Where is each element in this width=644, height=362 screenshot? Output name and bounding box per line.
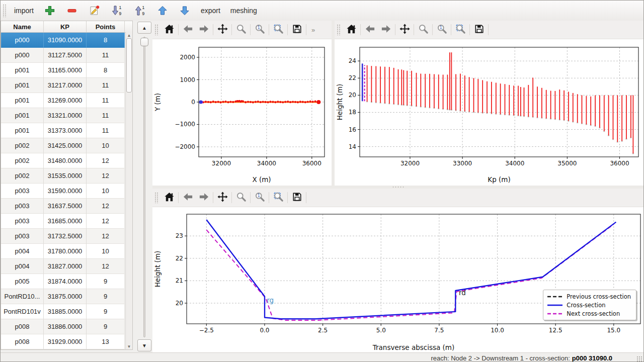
table-row[interactable]: p00431780.000010 [1,244,132,259]
plan-plot-canvas[interactable]: 320003400036000−2000−1000010002000X (m)Y… [152,39,332,186]
toolbar-drag-handle[interactable] [337,24,340,35]
table-scrollbar-thumb[interactable] [126,38,132,93]
column-header-kp[interactable]: KP [44,21,87,32]
forward-button[interactable] [196,22,212,37]
back-button[interactable] [180,190,196,205]
table-row[interactable]: p00331637.500012 [1,199,132,214]
forward-button[interactable] [196,190,212,205]
remove-cross-section-button[interactable] [61,3,83,19]
move-up-button[interactable] [151,3,174,19]
toolbar-separator [269,192,269,203]
svg-text:1: 1 [142,5,144,10]
slider-down-button[interactable]: ▼ [137,339,151,351]
zoom-rect-button[interactable] [270,22,286,37]
cell-points: 10 [87,138,125,153]
table-row[interactable]: p00131217.000011 [1,78,132,93]
slider-up-button[interactable]: ▲ [137,22,151,34]
import-button-label: import [14,7,34,15]
profile-plot-canvas[interactable]: 3200033000340003500036000141618202224Kp … [335,39,644,186]
table-row[interactable]: p00331590.000010 [1,184,132,199]
table-scrollbar[interactable]: ▲ ▼ [125,32,132,349]
home-button[interactable] [161,22,177,37]
column-header-name[interactable]: Name [1,21,44,32]
zoom-selection-button[interactable]: 1 [252,22,268,37]
export-button-label: export [201,7,220,15]
cell-kp: 31780.0000 [44,244,87,259]
toolbar-drag-handle[interactable] [154,192,158,203]
save-button[interactable] [471,22,487,37]
table-row[interactable]: p00531874.00009 [1,274,132,289]
cell-name: p003 [1,199,44,214]
cell-name: p001 [1,108,44,123]
meshing-button[interactable]: meshing [225,3,262,19]
zoom-selection-button[interactable]: 1 [252,190,268,205]
cell-name: p002 [1,138,44,153]
svg-text:16: 16 [349,126,356,133]
table-row[interactable]: p00131269.000011 [1,93,132,108]
back-button[interactable] [180,22,196,37]
zoom-selection-button[interactable]: 1 [434,22,450,37]
table-row[interactable]: p00831929.000013 [1,334,132,349]
zoom-button[interactable] [233,190,249,205]
table-row[interactable]: p00331732.500012 [1,229,132,244]
add-cross-section-button[interactable] [39,3,61,19]
sort-descending-button[interactable]: 19 [105,3,128,19]
zoom-rect-button[interactable] [270,190,286,205]
back-icon [364,23,376,37]
column-header-points[interactable]: Points [87,21,125,32]
slider-groove[interactable] [143,37,145,337]
cell-name: p003 [1,229,44,244]
table-row[interactable]: p00231535.000012 [1,168,132,184]
home-button[interactable] [343,22,359,37]
home-button[interactable] [161,190,177,205]
magnifier-icon [235,191,247,205]
cell-name: p008 [1,319,44,334]
table-row[interactable]: p00131373.000011 [1,123,132,138]
edit-cross-section-button[interactable] [83,3,105,19]
plus-icon [44,5,56,17]
move-down-button[interactable] [174,3,196,19]
slider-thumb[interactable] [140,38,148,46]
back-button[interactable] [362,22,378,37]
table-row[interactable]: p00031090.00008 [1,33,132,48]
table-row[interactable]: p00231480.000012 [1,153,132,168]
svg-text:rd: rd [459,289,466,297]
zoom-rect-button[interactable] [452,22,468,37]
legend-line-sample [547,295,562,298]
pan-button[interactable] [214,190,230,205]
toolbar-drag-handle[interactable] [3,4,6,17]
zoom-button[interactable] [415,22,431,37]
table-row[interactable]: PontRD10...31875.00009 [1,289,132,304]
sort-ascending-button[interactable]: 19 [128,3,151,19]
cross-sections-pane: Name KP Points p00031090.00008p00031127.… [1,21,152,352]
scroll-up-arrow[interactable]: ▲ [126,32,132,38]
zoom-button[interactable] [233,22,249,37]
cross-section-plot-canvas[interactable]: −2.50.02.55.07.510.012.515.020212223rgrd… [152,207,644,354]
pan-button[interactable] [396,22,413,37]
legend-line-sample [547,304,562,307]
cell-name: p003 [1,184,44,199]
home-icon [164,191,175,205]
table-row[interactable]: p00831886.00009 [1,319,132,334]
legend-item: Previous cross-section [547,292,631,301]
svg-text:Height (m): Height (m) [336,84,344,121]
resize-grip[interactable] [636,356,642,362]
forward-button[interactable] [378,22,394,37]
toolbar-overflow-button[interactable]: » [307,26,319,34]
pan-button[interactable] [214,22,230,37]
toolbar-separator [250,24,251,35]
table-row[interactable]: p00131321.000011 [1,108,132,123]
table-row[interactable]: p00131165.00008 [1,63,132,78]
toolbar-drag-handle[interactable] [154,24,158,35]
scroll-down-arrow[interactable]: ▼ [126,343,132,349]
table-row[interactable]: PontRD101v31885.00009 [1,304,132,319]
svg-text:33000: 33000 [453,160,472,167]
import-button[interactable]: import [9,3,39,19]
save-button[interactable] [289,22,305,37]
save-button[interactable] [289,190,305,205]
export-button[interactable]: export [196,3,225,19]
table-row[interactable]: p00231425.000010 [1,138,132,153]
table-row[interactable]: p00431827.000012 [1,259,132,274]
table-row[interactable]: p00031127.500011 [1,48,132,63]
table-row[interactable]: p00331685.000012 [1,214,132,229]
